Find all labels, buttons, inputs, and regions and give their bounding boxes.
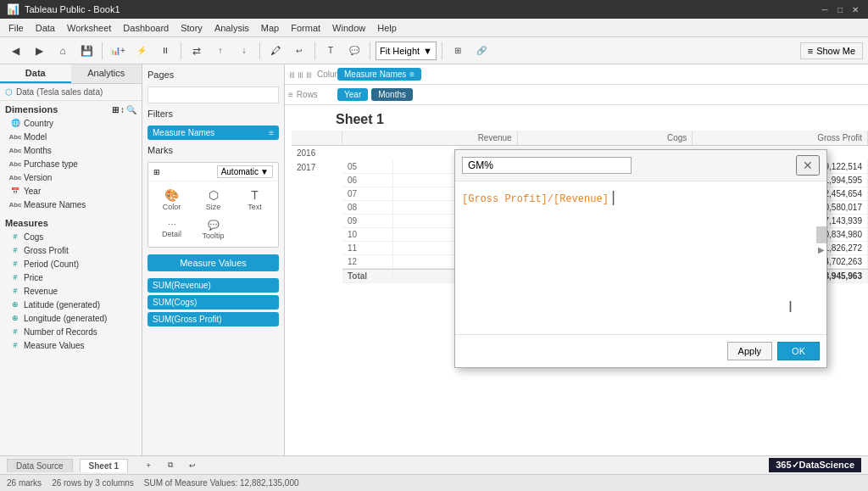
dim-year-label: Year	[24, 187, 41, 196]
measure-latitude[interactable]: ⊕ Latitude (generated)	[0, 298, 142, 311]
sort-asc-btn[interactable]: ↑	[210, 41, 231, 61]
menu-data[interactable]: Data	[31, 21, 60, 35]
measure-gross-profit[interactable]: # Gross Profit	[0, 243, 142, 257]
mv-revenue[interactable]: SUM(Revenue)	[147, 278, 279, 293]
show-me-btn[interactable]: ≡ Show Me	[800, 42, 863, 59]
marks-size-label: Size	[206, 203, 221, 211]
tab-analytics[interactable]: Analytics	[71, 64, 142, 83]
pause-btn[interactable]: ⏸	[155, 41, 175, 61]
measure-values-list: SUM(Revenue) SUM(Cogs) SUM(Gross Profit)	[147, 278, 279, 326]
dim-country[interactable]: 🌐 Country	[0, 116, 142, 130]
dim-search-icon[interactable]: 🔍	[126, 105, 136, 114]
close-btn[interactable]: ✕	[849, 3, 861, 15]
new-sheet-btn[interactable]: +	[138, 455, 159, 476]
undo-btn[interactable]: ↩	[289, 41, 309, 61]
maximize-btn[interactable]: □	[834, 3, 846, 15]
abc-icon-purchase: Abc	[10, 159, 20, 169]
sep4	[314, 42, 315, 59]
label-btn[interactable]: T	[320, 41, 341, 61]
home-btn[interactable]: ⌂	[53, 41, 73, 61]
menu-help[interactable]: Help	[372, 21, 402, 35]
hash-icon-cogs: #	[10, 232, 20, 242]
tooltip-btn[interactable]: 💬	[344, 41, 364, 61]
menu-file[interactable]: File	[3, 21, 29, 35]
dim-grid-icon[interactable]: ⊞	[112, 105, 119, 114]
measure-price[interactable]: # Price	[0, 271, 142, 284]
marks-type-dropdown[interactable]: Automatic ▼	[217, 165, 273, 178]
save-btn[interactable]: 💾	[76, 41, 97, 61]
measure-revenue[interactable]: # Revenue	[0, 284, 142, 298]
dim-sort-icon[interactable]: ↕	[120, 105, 125, 114]
mv-gross-profit[interactable]: SUM(Gross Profit)	[147, 312, 279, 326]
marks-count-text: 26 marks	[7, 478, 42, 488]
marks-detail-btn[interactable]: ⋯ Detail	[152, 216, 192, 243]
share-btn[interactable]: 🔗	[471, 41, 492, 61]
mv-cogs[interactable]: SUM(Cogs)	[147, 295, 279, 310]
dialog-header: ✕	[455, 150, 826, 181]
new-data-btn[interactable]: 📊+	[108, 41, 128, 61]
back-btn[interactable]: ◀	[5, 41, 25, 61]
menu-dashboard[interactable]: Dashboard	[118, 21, 174, 35]
dim-model[interactable]: Abc Model	[0, 130, 142, 143]
datasource-tab[interactable]: Data Source	[7, 459, 73, 472]
marks-color-label: Color	[163, 203, 181, 211]
fit-dropdown[interactable]: Fit Height ▼	[376, 42, 437, 60]
tab-data[interactable]: Data	[0, 64, 71, 83]
title-bar: 📊 Tableau Public - Book1 ─ □ ✕	[0, 0, 868, 19]
dialog-close-btn[interactable]: ✕	[796, 155, 820, 176]
menu-map[interactable]: Map	[256, 21, 284, 35]
dialog-content[interactable]: [Gross Profit]/[Revenue] |	[455, 181, 826, 334]
dim-measure-names[interactable]: Abc Measure Names	[0, 198, 142, 211]
clear-sheet-btn[interactable]: ↩	[182, 455, 203, 476]
toolbar: ◀ ▶ ⌂ 💾 📊+ ⚡ ⏸ ⇄ ↑ ↓ 🖍 ↩ T 💬 Fit Height …	[0, 37, 868, 64]
dim-version[interactable]: Abc Version	[0, 170, 142, 184]
pages-area	[147, 86, 279, 103]
scrollbar-thumb[interactable]	[816, 226, 826, 243]
dimensions-label: Dimensions	[5, 104, 58, 114]
calculated-field-dialog: ✕ [Gross Profit]/[Revenue] | ▶ I Apply O…	[454, 149, 827, 368]
data-source-btn[interactable]: ⚡	[131, 41, 152, 61]
dim-months[interactable]: Abc Months	[0, 143, 142, 157]
marks-type-icon: ⊞	[153, 168, 160, 176]
marks-text-btn[interactable]: T Text	[235, 185, 275, 215]
color-swatch-icon: 🎨	[164, 188, 179, 202]
show-me-icon: ≡	[808, 46, 813, 56]
menu-window[interactable]: Window	[327, 21, 370, 35]
measure-period[interactable]: # Period (Count)	[0, 257, 142, 271]
menu-format[interactable]: Format	[286, 21, 326, 35]
swap-btn[interactable]: ⇄	[186, 41, 207, 61]
hash-icon-price: #	[10, 272, 20, 282]
menu-worksheet[interactable]: Worksheet	[62, 21, 116, 35]
marks-color-btn[interactable]: 🎨 Color	[152, 185, 192, 215]
measure-longitude[interactable]: ⊕ Longitude (generated)	[0, 311, 142, 325]
dim-purchase-type[interactable]: Abc Purchase type	[0, 157, 142, 170]
measure-values-pill[interactable]: Measure Values	[147, 254, 279, 271]
marks-tooltip-label: Tooltip	[202, 232, 224, 240]
sort-desc-btn[interactable]: ↓	[234, 41, 254, 61]
menu-story[interactable]: Story	[175, 21, 208, 35]
measure-values[interactable]: # Measure Values	[0, 338, 142, 352]
marks-size-btn[interactable]: ⬡ Size	[193, 185, 233, 215]
grid-btn[interactable]: ⊞	[448, 41, 468, 61]
left-panel: Data Analytics ⬡ Data (Tesla sales data)…	[0, 64, 142, 455]
sep2	[181, 42, 181, 59]
forward-btn[interactable]: ▶	[29, 41, 49, 61]
filter-measure-names[interactable]: Measure Names ≡	[147, 126, 279, 140]
ok-button[interactable]: OK	[777, 342, 820, 360]
data-source-icon: ⬡	[5, 87, 13, 97]
sheet1-tab[interactable]: Sheet 1	[80, 459, 129, 472]
duplicate-sheet-btn[interactable]: ⧉	[160, 455, 181, 476]
sep6	[442, 42, 442, 59]
apply-button[interactable]: Apply	[727, 342, 773, 360]
dialog-title-input[interactable]	[462, 157, 632, 174]
menu-analysis[interactable]: Analysis	[209, 21, 254, 35]
color-btn[interactable]: 🖍	[265, 41, 286, 61]
marks-tooltip-btn[interactable]: 💬 Tooltip	[193, 216, 233, 243]
measure-num-records[interactable]: # Number of Records	[0, 325, 142, 338]
data-source-row[interactable]: ⬡ Data (Tesla sales data)	[0, 84, 142, 101]
dim-year[interactable]: 📅 Year	[0, 184, 142, 198]
marks-type-label: Automatic	[221, 167, 259, 176]
title-bar-text: Tableau Public - Book1	[25, 4, 120, 14]
measure-cogs[interactable]: # Cogs	[0, 230, 142, 243]
minimize-btn[interactable]: ─	[819, 3, 831, 15]
